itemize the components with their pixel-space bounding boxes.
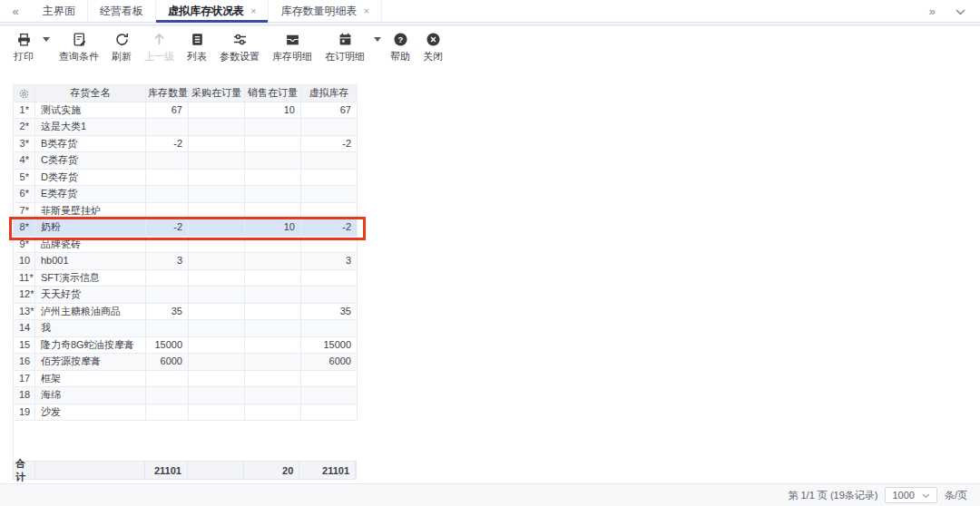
table-row[interactable]: 12*天天好货 <box>14 287 358 304</box>
collapse-tabs-icon[interactable]: « <box>0 0 31 22</box>
table-row[interactable]: 18海绵 <box>14 387 358 404</box>
button-label: 库存明细 <box>272 50 312 63</box>
page-size-select[interactable]: 1000 <box>885 487 936 503</box>
cell-virtual-stock <box>301 404 358 421</box>
table-row[interactable]: 14我 <box>14 320 358 337</box>
cell-stock-qty: 67 <box>146 102 189 119</box>
print-button[interactable]: 打印 <box>7 30 40 65</box>
column-header-item-name[interactable]: 存货全名 <box>35 85 146 102</box>
cell-virtual-stock: 35 <box>301 303 358 320</box>
sliders-icon <box>232 32 248 47</box>
cell-purchase-on-order <box>189 186 245 203</box>
tab-inventory-qty-detail-report[interactable]: 库存数量明细表 × <box>269 0 381 22</box>
cell-purchase-on-order <box>189 387 245 404</box>
cell-row-number: 14 <box>14 320 35 337</box>
list-view-button[interactable]: 列表 <box>181 30 213 65</box>
totals-row: 合计 21101 20 21101 <box>13 461 357 480</box>
cell-stock-qty: -2 <box>146 219 189 237</box>
inventory-detail-button[interactable]: 库存明细 <box>266 30 318 65</box>
cell-purchase-on-order <box>189 404 245 421</box>
toolbar-top-strip <box>0 24 980 26</box>
tabbar-right-controls: » <box>929 0 980 22</box>
cell-item-name: 奶粉 <box>35 219 146 237</box>
table-row[interactable]: 3*B类存货-2-2 <box>14 135 358 152</box>
table-row[interactable]: 5*D类存货 <box>14 169 358 186</box>
cell-virtual-stock <box>301 269 358 287</box>
button-label: 帮助 <box>390 50 410 63</box>
cell-sales-on-order <box>245 287 301 304</box>
tab-overflow-icon[interactable]: » <box>929 5 936 18</box>
cell-purchase-on-order <box>189 202 245 219</box>
arrow-up-icon <box>152 32 167 47</box>
cell-item-name: C类存货 <box>35 152 146 170</box>
on-order-detail-dropdown[interactable] <box>371 30 384 42</box>
print-dropdown[interactable] <box>40 30 53 42</box>
cell-item-name: 泸州主糖粮油商品 <box>35 303 146 320</box>
table-row[interactable]: 17框架 <box>14 370 358 387</box>
cell-row-number: 10 <box>14 253 35 270</box>
tab-label: 虚拟库存状况表 <box>168 4 244 19</box>
tab-main[interactable]: 主界面 <box>31 0 88 22</box>
cell-stock-qty <box>146 387 189 404</box>
cell-virtual-stock <box>301 186 358 203</box>
parameter-settings-button[interactable]: 参数设置 <box>213 30 266 65</box>
cell-purchase-on-order <box>189 253 245 270</box>
table-row[interactable]: 16佰芳源按摩膏60006000 <box>14 354 358 371</box>
button-label: 查询条件 <box>59 50 99 63</box>
table-row[interactable]: 15隆力奇8G蛇油按摩膏1500015000 <box>14 336 358 354</box>
totals-label: 合计 <box>14 462 35 479</box>
cell-purchase-on-order <box>189 320 245 337</box>
cell-purchase-on-order <box>189 336 245 354</box>
page-size-unit: 条/页 <box>945 489 967 502</box>
cell-virtual-stock: 15000 <box>301 336 358 354</box>
cell-item-name: 佰芳源按摩膏 <box>35 354 146 371</box>
table-row[interactable]: 10hb00133 <box>14 253 358 270</box>
tab-dashboard[interactable]: 经营看板 <box>88 0 156 22</box>
cell-sales-on-order <box>245 202 301 219</box>
tab-close-icon[interactable]: × <box>250 5 256 16</box>
cell-row-number: 13* <box>14 303 35 320</box>
tab-close-icon[interactable]: × <box>363 5 368 16</box>
table-row[interactable]: 4*C类存货 <box>14 152 358 170</box>
cell-item-name: hb001 <box>35 253 146 270</box>
column-header-virtual-stock[interactable]: 虚拟库存 <box>301 85 358 102</box>
table-row[interactable]: 19沙发 <box>14 404 358 421</box>
column-header-stock-qty[interactable]: 库存数量 <box>146 85 189 102</box>
cell-item-name: E类存货 <box>35 186 146 203</box>
button-label: 参数设置 <box>220 50 260 63</box>
help-icon: ? <box>393 32 408 47</box>
table-row[interactable]: 7*菲斯曼壁挂炉 <box>14 202 358 219</box>
cell-item-name: D类存货 <box>35 169 146 186</box>
table-row[interactable]: 2*这是大类1 <box>14 119 358 136</box>
cell-virtual-stock <box>301 320 358 337</box>
up-level-button[interactable]: 上一级 <box>138 30 181 65</box>
refresh-button[interactable]: 刷新 <box>105 30 138 65</box>
tab-menu-chevron-icon[interactable] <box>956 3 965 19</box>
totals-name <box>35 462 145 479</box>
query-conditions-button[interactable]: 查询条件 <box>53 30 105 65</box>
cell-row-number: 12* <box>14 287 35 304</box>
table-row[interactable]: 6*E类存货 <box>14 186 358 203</box>
cell-stock-qty: 35 <box>146 303 189 320</box>
column-header-sales-on-order[interactable]: 销售在订量 <box>245 85 301 102</box>
close-button[interactable]: 关闭 <box>416 30 449 65</box>
cell-stock-qty: 6000 <box>146 354 189 371</box>
on-order-detail-button[interactable]: 在订明细 <box>318 30 371 65</box>
column-header-purchase-on-order[interactable]: 采购在订量 <box>189 85 245 102</box>
table-row[interactable]: 11*SFT演示信息 <box>14 269 358 287</box>
cell-item-name: 海绵 <box>35 387 146 404</box>
cell-sales-on-order: 10 <box>245 219 301 237</box>
table-row[interactable]: 9*品牌瓷砖 <box>14 236 358 253</box>
cell-row-number: 9* <box>14 236 35 253</box>
tab-virtual-inventory-report[interactable]: 虚拟库存状况表 × <box>156 0 269 22</box>
table-row[interactable]: 13*泸州主糖粮油商品3535 <box>14 303 358 320</box>
cell-purchase-on-order <box>189 370 245 387</box>
table-row[interactable]: 8*奶粉-210-2 <box>14 219 358 237</box>
table-row[interactable]: 1*测试实施671067 <box>14 102 358 119</box>
cell-stock-qty <box>146 119 189 136</box>
query-edit-icon <box>72 32 87 47</box>
cell-stock-qty <box>146 269 189 287</box>
column-settings-button[interactable] <box>14 85 35 102</box>
help-button[interactable]: ? 帮助 <box>384 30 416 65</box>
totals-purchase-on-order <box>188 462 244 479</box>
